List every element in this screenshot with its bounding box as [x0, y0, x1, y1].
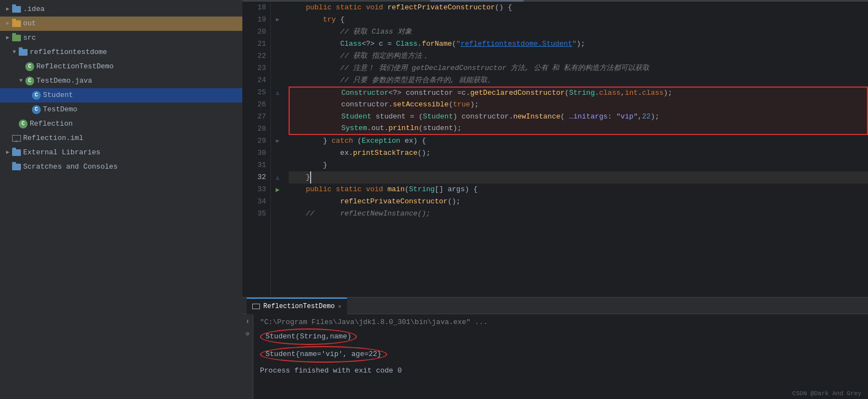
circled-output2: Student{name='vip', age=22}: [260, 346, 387, 363]
java-class-icon: C: [25, 62, 34, 71]
ln-25: 25: [242, 87, 266, 99]
chevron-spacer: ▶: [11, 118, 18, 130]
gutter-20: [271, 26, 284, 38]
ln-24: 24: [242, 74, 266, 87]
fold-icon: △: [276, 90, 279, 96]
chevron-spacer: ▶: [18, 61, 24, 73]
ln-27: 27: [242, 111, 266, 123]
sidebar-item-scratches[interactable]: ▶ Scratches and Consoles: [0, 160, 242, 174]
ln-32: 32: [242, 171, 266, 184]
watermark: CSDN @Dark And Grey: [793, 390, 861, 397]
code-line-19: try {: [289, 14, 868, 26]
folder-icon: [12, 164, 21, 170]
console-output-line1: Student(String,name): [260, 328, 861, 345]
code-line-18: public static void reflectPrivateConstru…: [289, 2, 868, 14]
sidebar-item-label: Student: [43, 89, 73, 101]
code-line-31: }: [289, 159, 868, 171]
folder-icon: [19, 49, 28, 56]
ln-18: 18: [242, 2, 266, 14]
gutter-27: [271, 111, 284, 123]
chevron-icon: ▼: [11, 46, 18, 58]
console-cmd-line: "C:\Program Files\Java\jdk1.8.0_301\bin\…: [260, 316, 861, 328]
gutter-25: △: [271, 87, 284, 99]
code-lines[interactable]: public static void reflectPrivateConstru…: [284, 2, 868, 297]
ln-30: 30: [242, 147, 266, 159]
gutter-24: [271, 74, 284, 87]
project-sidebar: ▶ .idea ▶ out ▶ src ▼ refleftiontestdome…: [0, 0, 242, 399]
code-line-30: ex.printStackTrace();: [289, 147, 868, 159]
console-tab-reflectiontestdemo[interactable]: ReflectionTestDemo ✕: [247, 298, 347, 314]
code-line-34: reflectPrivateConstructor();: [289, 196, 868, 208]
sidebar-item-label: Reflection.iml: [23, 132, 83, 144]
ln-34: 34: [242, 196, 266, 208]
console-output: "C:\Program Files\Java\jdk1.8.0_301\bin\…: [253, 314, 868, 399]
gutter-26: [271, 99, 284, 111]
sidebar-item-label: src: [23, 32, 36, 44]
run-icon[interactable]: ▶: [275, 186, 279, 194]
output1-text: Student(String,name): [265, 332, 351, 341]
code-line-24: // 只要 参数的类型是符合条件的, 就能获取。: [289, 74, 868, 87]
java-file-icon: C: [25, 77, 34, 85]
code-line-20: // 获取 Class 对象: [289, 26, 868, 38]
console-cmd-text: "C:\Program Files\Java\jdk1.8.0_301\bin\…: [260, 318, 487, 326]
sidebar-item-reflection-class[interactable]: ▶ C Reflection: [0, 117, 242, 131]
folder-icon: [12, 149, 21, 156]
code-line-25: Constructor<?> constructor =c.getDeclare…: [289, 87, 868, 99]
sidebar-item-testdemo-java[interactable]: ▼ C TestDemo.java: [0, 74, 242, 88]
console-left-tools: ⬇ ⊘: [242, 314, 253, 399]
sidebar-item-label: TestDemo.java: [36, 75, 92, 87]
gutter-22: [271, 50, 284, 62]
folder-icon: [12, 20, 21, 27]
code-line-26: constructor.setAccessible(true);: [289, 99, 868, 111]
gutter-28: [271, 123, 284, 135]
console-icon: [252, 304, 260, 309]
code-line-28: System.out.println(student);: [289, 123, 868, 135]
sidebar-item-idea[interactable]: ▶ .idea: [0, 2, 242, 17]
scrollbar-top[interactable]: [242, 0, 868, 2]
sidebar-item-refleftiontestdome[interactable]: ▼ refleftiontestdome: [0, 45, 242, 60]
ln-29: 29: [242, 135, 266, 147]
ln-26: 26: [242, 99, 266, 111]
sidebar-item-label: Scratches and Consoles: [23, 161, 118, 173]
chevron-icon: ▶: [4, 18, 11, 30]
folder-icon: [12, 6, 21, 13]
exit-text: Process finished with exit code 0: [260, 366, 402, 375]
sidebar-item-reflection-iml[interactable]: ▶ ≡ Reflection.iml: [0, 131, 242, 145]
sidebar-item-student[interactable]: ▶ C Student: [0, 88, 242, 103]
gutter-31: [271, 159, 284, 171]
clear-icon[interactable]: ⊘: [243, 328, 253, 338]
sidebar-item-testdemo[interactable]: ▶ C TestDemo: [0, 103, 242, 117]
gutter-30: [271, 147, 284, 159]
gutter-18: [271, 2, 284, 14]
sidebar-item-label: External Libraries: [23, 147, 100, 159]
gutter-32: △: [271, 171, 284, 184]
chevron-icon: ▶: [4, 3, 11, 15]
chevron-spacer: ▶: [24, 104, 31, 116]
download-icon[interactable]: ⬇: [243, 316, 253, 326]
scrollbar-thumb: [430, 0, 524, 2]
sidebar-item-external-libraries[interactable]: ▶ External Libraries: [0, 145, 242, 160]
code-line-21: Class<?> c = Class.forName("refleftionte…: [289, 38, 868, 50]
folder-icon: [12, 35, 21, 41]
console-tab-close[interactable]: ✕: [338, 303, 341, 310]
sidebar-item-src[interactable]: ▶ src: [0, 31, 242, 45]
sidebar-item-out[interactable]: ▶ out: [0, 17, 242, 31]
ln-23: 23: [242, 62, 266, 74]
console-output-line2: Student{name='vip', age=22}: [260, 346, 861, 363]
gutter-23: [271, 62, 284, 74]
chevron-icon: ▶: [4, 32, 11, 44]
code-line-29: } catch (Exception ex) {: [289, 135, 868, 147]
chevron-icon: ▶: [4, 147, 11, 159]
ln-31: 31: [242, 159, 266, 171]
console-body: ⬇ ⊘ "C:\Program Files\Java\jdk1.8.0_301\…: [242, 314, 868, 399]
sidebar-item-label: Reflection: [30, 118, 73, 130]
breakpoint-arrow: ⊳: [276, 17, 279, 23]
sidebar-item-reflectiontestdemo[interactable]: ▶ C ReflectionTestDemo: [0, 60, 242, 74]
gutter-34: [271, 196, 284, 208]
gutter-19: ⊳: [271, 14, 284, 26]
ln-35: 35: [242, 208, 266, 220]
ln-28: 28: [242, 123, 266, 135]
chevron-spacer: ▶: [4, 132, 11, 144]
console-tabs: ReflectionTestDemo ✕: [242, 298, 868, 314]
chevron-icon: ▼: [18, 75, 24, 87]
